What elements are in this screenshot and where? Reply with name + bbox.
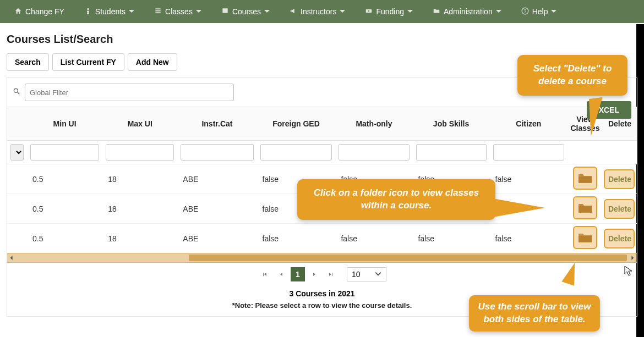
- chevron-down-icon: [375, 270, 381, 279]
- nav-label: Instructors: [301, 7, 336, 16]
- nav-label: Help: [532, 7, 548, 16]
- callout-folder: Click on a folder icon to view classes w…: [297, 179, 495, 220]
- cell-citizen: false: [490, 164, 567, 194]
- caret-down-icon: [496, 7, 501, 16]
- nav-funding[interactable]: Funding: [355, 0, 423, 23]
- svg-point-0: [87, 8, 89, 10]
- cell-instr-cat: ABE: [177, 194, 256, 224]
- filter-input-job-skills[interactable]: [416, 144, 487, 161]
- folder-icon: [433, 7, 440, 16]
- cell-max-ui: 18: [102, 224, 177, 253]
- pawn-icon: [84, 7, 92, 16]
- cell-min-ui: 0.5: [27, 164, 102, 194]
- cell-job-skills: false: [413, 224, 490, 253]
- caret-down-icon: [340, 7, 345, 16]
- filter-input-math-only[interactable]: [339, 144, 409, 161]
- nav-label: Change FY: [25, 7, 64, 16]
- home-icon: [14, 7, 22, 16]
- view-classes-folder-icon[interactable]: [577, 172, 593, 184]
- scroll-thumb[interactable]: [189, 255, 627, 261]
- cell-max-ui: 18: [102, 164, 177, 194]
- caret-down-icon: [407, 7, 413, 16]
- column-header-math-only[interactable]: Math-only: [335, 107, 412, 141]
- column-header-blank: [7, 107, 27, 141]
- pager: 1 10: [7, 263, 637, 284]
- callout-delete: Select "Delete" to delete a course: [517, 55, 627, 96]
- callout-folder-tail: [490, 198, 545, 218]
- scroll-right-icon[interactable]: [628, 253, 637, 262]
- caret-down-icon: [551, 7, 556, 16]
- column-header-citizen[interactable]: Citizen: [490, 107, 567, 141]
- svg-rect-2: [155, 10, 160, 11]
- cell-instr-cat: ABE: [177, 164, 256, 194]
- column-header-max-ui[interactable]: Max UI: [102, 107, 177, 141]
- view-classes-folder-icon[interactable]: [577, 231, 593, 244]
- svg-text:?: ?: [523, 8, 526, 13]
- book-icon: [221, 7, 229, 16]
- pager-size-select[interactable]: 10: [347, 267, 386, 281]
- pager-prev-button[interactable]: [274, 267, 288, 281]
- cursor-icon: [624, 266, 633, 279]
- list-icon: [154, 7, 162, 16]
- cell-citizen: false: [490, 224, 567, 253]
- pager-first-button[interactable]: [258, 267, 272, 281]
- svg-point-5: [368, 10, 369, 11]
- top-nav: Change FY Students Classes Courses Instr…: [0, 0, 644, 23]
- pager-current-page[interactable]: 1: [291, 267, 305, 281]
- pager-last-button[interactable]: [324, 267, 338, 281]
- pager-next-button[interactable]: [307, 267, 321, 281]
- page-title: Courses List/Search: [0, 23, 644, 53]
- question-icon: ?: [521, 7, 529, 16]
- money-icon: [365, 7, 373, 16]
- view-classes-folder-icon[interactable]: [577, 202, 593, 214]
- svg-rect-1: [155, 8, 160, 9]
- filter-input-max-ui[interactable]: [106, 144, 174, 161]
- column-header-foreign-ged[interactable]: Foreign GED: [257, 107, 336, 141]
- nav-students[interactable]: Students: [74, 0, 144, 23]
- caret-down-icon: [264, 7, 270, 16]
- cell-instr-cat: ABE: [177, 224, 256, 253]
- column-header-instr-cat[interactable]: Instr.Cat: [177, 107, 256, 141]
- nav-label: Funding: [376, 7, 404, 16]
- scroll-left-icon[interactable]: [7, 253, 16, 262]
- list-current-fy-button[interactable]: List Current FY: [52, 53, 124, 71]
- column-header-min-ui[interactable]: Min UI: [27, 107, 102, 141]
- svg-line-9: [18, 92, 20, 95]
- filter-input-instr-cat[interactable]: [181, 144, 253, 161]
- caret-down-icon: [196, 7, 201, 16]
- callout-scroll: Use the scroll bar to view both sides of…: [469, 295, 600, 332]
- table-row[interactable]: 0.518ABEfalsefalsefalsefalseDelete: [7, 224, 637, 253]
- nav-administration[interactable]: Administration: [423, 0, 511, 23]
- bullhorn-icon: [290, 7, 297, 16]
- filter-input-min-ui[interactable]: [30, 144, 99, 161]
- nav-change-fy[interactable]: Change FY: [4, 0, 74, 23]
- nav-label: Classes: [165, 7, 193, 16]
- nav-classes[interactable]: Classes: [144, 0, 211, 23]
- filter-input-foreign-ged[interactable]: [260, 144, 332, 161]
- filter-input-citizen[interactable]: [493, 144, 564, 161]
- nav-help[interactable]: ? Help: [511, 0, 567, 23]
- nav-courses[interactable]: Courses: [211, 0, 280, 23]
- nav-instructors[interactable]: Instructors: [280, 0, 355, 23]
- pager-size-value: 10: [352, 270, 361, 279]
- nav-label: Courses: [232, 7, 261, 16]
- filter-select-blank[interactable]: [10, 144, 24, 161]
- svg-rect-3: [155, 12, 160, 13]
- nav-label: Administration: [444, 7, 493, 16]
- cell-foreign-ged: false: [257, 224, 336, 253]
- cell-max-ui: 18: [102, 194, 177, 224]
- search-button[interactable]: Search: [7, 53, 49, 71]
- cell-min-ui: 0.5: [27, 224, 102, 253]
- svg-point-8: [14, 89, 18, 92]
- nav-label: Students: [95, 7, 125, 16]
- caret-down-icon: [129, 7, 134, 16]
- window-border: [636, 24, 644, 337]
- column-header-job-skills[interactable]: Job Skills: [413, 107, 490, 141]
- horizontal-scrollbar[interactable]: [7, 253, 637, 263]
- global-filter-input[interactable]: [25, 84, 234, 101]
- search-icon: [13, 87, 20, 97]
- cell-min-ui: 0.5: [27, 194, 102, 224]
- add-new-button[interactable]: Add New: [128, 53, 177, 71]
- cell-math-only: false: [335, 224, 412, 253]
